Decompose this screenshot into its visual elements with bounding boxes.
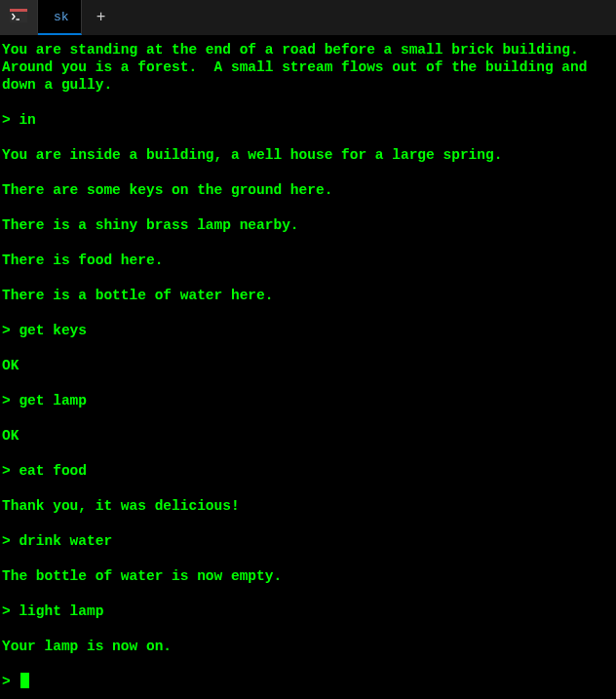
game-output-line: There is food here. [2, 252, 614, 269]
prompt-symbol: > [2, 673, 19, 690]
prompt-symbol: > [2, 533, 19, 549]
plus-icon: + [96, 9, 106, 26]
user-command: eat food [19, 463, 87, 479]
new-tab-button[interactable]: + [82, 0, 121, 35]
blank-line [2, 199, 614, 216]
blank-line [2, 620, 614, 638]
prompt-symbol: > [2, 393, 19, 408]
prompt-symbol: > [2, 112, 19, 128]
tab-bar: sk + [0, 0, 616, 35]
user-command: get lamp [19, 393, 87, 408]
game-output-line: You are standing at the end of a road be… [2, 41, 614, 94]
game-output-line: There is a bottle of water here. [2, 287, 614, 304]
tab-label: sk [54, 10, 69, 24]
blank-line [2, 480, 614, 497]
terminal-output[interactable]: You are standing at the end of a road be… [0, 35, 616, 696]
prompt-line: > eat food [2, 462, 614, 480]
game-output-line: The bottle of water is now empty. [2, 567, 614, 585]
prompt-symbol: > [2, 323, 19, 338]
blank-line [2, 339, 614, 357]
prompt-symbol: > [2, 603, 19, 619]
blank-line [2, 94, 614, 111]
game-output-line: OK [2, 357, 614, 374]
blank-line [2, 585, 614, 602]
prompt-line: > in [2, 111, 614, 129]
game-output-line: OK [2, 427, 614, 445]
game-output-line: There is a shiny brass lamp nearby. [2, 216, 614, 234]
tab-terminal-icon[interactable] [0, 0, 38, 35]
active-prompt-line[interactable]: > [2, 673, 614, 690]
game-output-line: There are some keys on the ground here. [2, 181, 614, 199]
prompt-line: > get lamp [2, 392, 614, 409]
blank-line [2, 129, 614, 146]
user-command: in [19, 112, 35, 128]
prompt-line: > drink water [2, 532, 614, 550]
blank-line [2, 515, 614, 532]
blank-line [2, 409, 614, 427]
cursor [20, 673, 29, 688]
prompt-symbol: > [2, 463, 19, 479]
blank-line [2, 304, 614, 322]
svg-rect-1 [10, 9, 27, 12]
user-command: get keys [19, 323, 87, 338]
blank-line [2, 550, 614, 567]
user-command: drink water [19, 533, 112, 549]
blank-line [2, 655, 614, 673]
blank-line [2, 269, 614, 287]
game-output-line: You are inside a building, a well house … [2, 146, 614, 164]
blank-line [2, 445, 614, 462]
prompt-line: > get keys [2, 322, 614, 339]
terminal-icon [10, 9, 27, 26]
blank-line [2, 234, 614, 252]
user-command: light lamp [19, 603, 103, 619]
blank-line [2, 374, 614, 392]
blank-line [2, 164, 614, 181]
prompt-line: > light lamp [2, 602, 614, 620]
tab-active[interactable]: sk [38, 0, 82, 35]
game-output-line: Your lamp is now on. [2, 638, 614, 655]
game-output-line: Thank you, it was delicious! [2, 497, 614, 515]
